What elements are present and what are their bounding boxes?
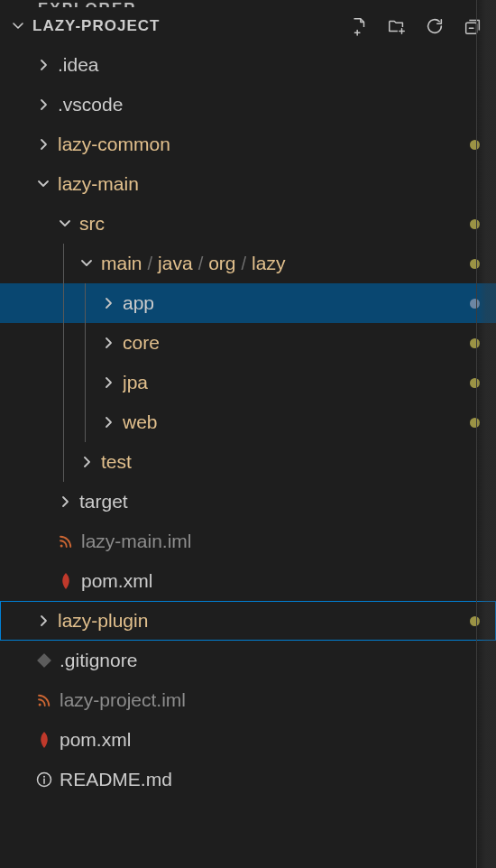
tree-item-label: pom.xml: [81, 570, 496, 592]
folder-row[interactable]: app: [0, 283, 496, 323]
header-actions: [348, 15, 483, 37]
folder-row[interactable]: core: [0, 323, 496, 363]
file-row[interactable]: pom.xml: [0, 561, 496, 601]
leaf-icon: [34, 730, 54, 750]
tree-item-label: .idea: [58, 54, 496, 76]
chevron-right-icon[interactable]: [99, 413, 117, 431]
refresh-icon[interactable]: [424, 15, 445, 37]
chevron-down-icon[interactable]: [78, 254, 96, 272]
folder-row[interactable]: test: [0, 442, 496, 482]
file-tree: .idea.vscodelazy-commonlazy-mainsrcmain/…: [0, 45, 496, 799]
tree-item-label: lazy-plugin: [58, 610, 470, 632]
new-file-icon[interactable]: [348, 15, 370, 37]
tree-item-label: target: [79, 491, 496, 512]
tree-item-label: src: [79, 213, 470, 235]
file-row[interactable]: README.md: [0, 760, 496, 799]
folder-row[interactable]: web: [0, 402, 496, 442]
tree-item-label: app: [123, 292, 470, 314]
folder-row[interactable]: .idea: [0, 45, 496, 85]
folder-row[interactable]: jpa: [0, 363, 496, 402]
tree-item-label: jpa: [123, 372, 470, 393]
path-separator: /: [242, 254, 247, 274]
svg-point-4: [43, 776, 45, 778]
rss-icon: [34, 690, 54, 710]
chevron-right-icon[interactable]: [99, 294, 117, 312]
chevron-right-icon[interactable]: [99, 374, 117, 392]
tree-item-label: main/java/org/lazy: [101, 253, 470, 274]
tree-item-label: core: [123, 332, 470, 354]
file-row[interactable]: .gitignore: [0, 641, 496, 680]
tree-item-label: pom.xml: [60, 729, 496, 751]
tree-item-label: web: [123, 411, 470, 433]
svg-point-1: [60, 544, 63, 547]
chevron-right-icon[interactable]: [56, 493, 74, 511]
folder-row[interactable]: lazy-common: [0, 125, 496, 164]
panel-label: EXPLORER: [0, 0, 496, 7]
svg-point-2: [39, 703, 41, 706]
explorer-header[interactable]: LAZY-PROJECT: [0, 7, 496, 45]
path-separator: /: [148, 254, 153, 274]
tree-item-label: lazy-common: [58, 134, 470, 155]
file-row[interactable]: pom.xml: [0, 720, 496, 760]
scrollbar-track[interactable]: [476, 0, 496, 868]
chevron-down-icon: [9, 19, 27, 33]
tree-item-label: lazy-main.iml: [81, 531, 496, 552]
folder-row[interactable]: .vscode: [0, 85, 496, 125]
chevron-right-icon[interactable]: [34, 96, 52, 114]
leaf-icon: [56, 571, 76, 591]
folder-row[interactable]: src: [0, 204, 496, 244]
chevron-right-icon[interactable]: [34, 135, 52, 153]
tree-item-label: .vscode: [58, 94, 496, 115]
tree-item-label: .gitignore: [60, 650, 496, 671]
tree-item-label: README.md: [60, 769, 496, 790]
chevron-right-icon[interactable]: [34, 612, 52, 630]
file-row[interactable]: lazy-project.iml: [0, 680, 496, 720]
tree-item-label: lazy-main: [58, 173, 496, 195]
folder-row[interactable]: main/java/org/lazy: [0, 244, 496, 283]
chevron-down-icon[interactable]: [34, 175, 52, 193]
path-separator: /: [198, 254, 204, 274]
folder-row[interactable]: lazy-plugin: [0, 601, 496, 641]
tree-item-label: lazy-project.iml: [60, 689, 496, 711]
chevron-down-icon[interactable]: [56, 215, 74, 233]
file-row[interactable]: lazy-main.iml: [0, 522, 496, 561]
project-title: LAZY-PROJECT: [32, 17, 348, 35]
folder-row[interactable]: target: [0, 482, 496, 522]
chevron-right-icon[interactable]: [34, 56, 52, 74]
diamond-icon: [34, 651, 54, 670]
new-folder-icon[interactable]: [386, 15, 408, 37]
chevron-right-icon[interactable]: [78, 453, 96, 471]
info-icon: [34, 770, 54, 790]
chevron-right-icon[interactable]: [99, 334, 117, 352]
tree-item-label: test: [101, 451, 496, 473]
folder-row[interactable]: lazy-main: [0, 164, 496, 204]
rss-icon: [56, 531, 76, 551]
